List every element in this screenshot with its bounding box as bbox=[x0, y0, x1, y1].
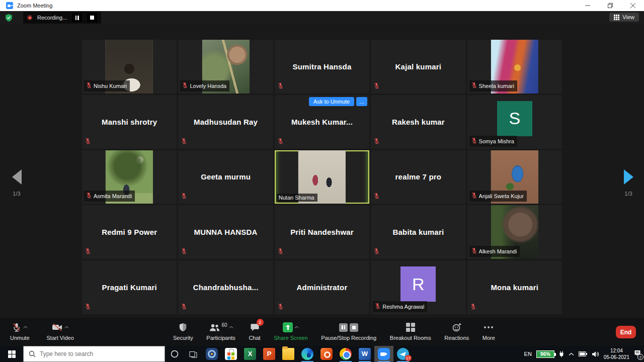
zoom-icon[interactable] bbox=[374, 346, 393, 362]
office-icon[interactable] bbox=[317, 346, 336, 362]
muted-mic-icon bbox=[375, 302, 380, 311]
muted-mic-icon bbox=[471, 81, 477, 90]
previous-page-arrow[interactable]: 1/3 bbox=[7, 169, 27, 197]
participant-tile[interactable]: Sumitra Hansda bbox=[275, 40, 369, 94]
word-icon[interactable]: W bbox=[355, 346, 374, 362]
participant-tile[interactable]: Geeta murmu bbox=[178, 150, 273, 204]
share-options-chevron[interactable] bbox=[294, 326, 299, 329]
participant-tile[interactable]: Nishu Kumari bbox=[82, 40, 177, 94]
participants-button[interactable]: 60 Participants bbox=[203, 322, 238, 341]
participant-tile[interactable]: Alkesh Marandi bbox=[467, 205, 562, 259]
end-meeting-button[interactable]: End bbox=[616, 326, 636, 338]
hidden-icons-chevron[interactable] bbox=[569, 352, 574, 356]
close-button[interactable] bbox=[621, 0, 644, 11]
participant-tile[interactable]: Priti Nandeshwar bbox=[275, 205, 369, 259]
powerpoint-icon[interactable]: P bbox=[260, 346, 279, 362]
muted-mic-icon bbox=[471, 137, 477, 146]
stop-recording-button[interactable] bbox=[87, 13, 97, 22]
media-player-icon[interactable] bbox=[202, 346, 221, 362]
stop-icon[interactable] bbox=[350, 323, 358, 332]
participant-tile[interactable]: Rakesh kumar bbox=[371, 95, 465, 149]
participant-avatar: S bbox=[497, 101, 532, 136]
participants-chevron[interactable] bbox=[229, 326, 233, 329]
participant-tile[interactable]: Anjali Sweta Kujur bbox=[467, 150, 562, 204]
next-page-arrow[interactable]: 1/3 bbox=[618, 169, 638, 197]
task-view-button[interactable] bbox=[184, 346, 202, 362]
microsoft-store-icon[interactable] bbox=[221, 346, 240, 362]
file-explorer-icon[interactable] bbox=[279, 346, 298, 362]
meeting-info-shield-icon[interactable] bbox=[5, 14, 13, 22]
cortana-button[interactable] bbox=[165, 346, 184, 362]
pause-stop-recording-button[interactable]: Pause/Stop Recording bbox=[318, 322, 379, 341]
participant-tile[interactable]: Asmita Marandi bbox=[82, 150, 177, 204]
video-options-chevron[interactable] bbox=[64, 326, 69, 329]
windows-logo-icon bbox=[8, 350, 16, 358]
windows-taskbar: XPW17 EN 96% 12:04 05-06-2021 2 bbox=[0, 346, 644, 362]
participant-tile[interactable]: Lovely Hansda bbox=[178, 40, 273, 94]
participant-tile[interactable]: Chandrabhusha... bbox=[178, 260, 273, 314]
participant-name-centered: Priti Nandeshwar bbox=[275, 205, 369, 259]
zoom-meeting-window: Zoom Meeting Recording... View 1/3 bbox=[0, 0, 644, 362]
participant-tile[interactable]: Madhusudan Ray bbox=[178, 95, 273, 149]
participant-tile[interactable]: Sheela kumari bbox=[467, 40, 562, 94]
unmute-button[interactable]: Unmute bbox=[7, 322, 33, 341]
battery-percent-pill[interactable]: 96% bbox=[536, 350, 554, 358]
taskbar-search[interactable] bbox=[23, 346, 165, 362]
start-button[interactable] bbox=[0, 346, 23, 362]
unmute-options-chevron[interactable] bbox=[23, 326, 28, 329]
chrome-icon[interactable] bbox=[336, 346, 355, 362]
speaker-icon[interactable] bbox=[592, 351, 599, 357]
participant-tile[interactable]: Manshi shrotry bbox=[82, 95, 177, 149]
maximize-button[interactable] bbox=[599, 0, 621, 11]
participant-name-centered: MUNNA HANSDA bbox=[178, 205, 273, 259]
pause-recording-button[interactable] bbox=[72, 13, 82, 22]
tray-date: 05-06-2021 bbox=[604, 354, 629, 360]
edge-icon[interactable] bbox=[298, 346, 317, 362]
participant-tile[interactable]: Administrator bbox=[275, 260, 369, 314]
reactions-button[interactable]: Reactions bbox=[441, 322, 472, 341]
task-view-icon bbox=[189, 350, 197, 358]
participant-name-label: Sheela kumari bbox=[469, 80, 517, 92]
chat-button[interactable]: 2 Chat bbox=[246, 322, 263, 341]
participant-name-centered: Chandrabhusha... bbox=[178, 260, 273, 314]
start-video-button[interactable]: Start Video bbox=[44, 322, 77, 341]
participant-grid: Nishu Kumari Lovely Hansda Sumitra Hansd… bbox=[82, 40, 562, 314]
muted-mic-icon bbox=[85, 303, 91, 312]
more-button[interactable]: More bbox=[479, 322, 498, 341]
share-screen-button[interactable]: Share Screen bbox=[271, 322, 310, 341]
view-button[interactable]: View bbox=[609, 13, 639, 22]
meeting-topbar: Recording... View bbox=[0, 11, 644, 24]
share-screen-icon bbox=[283, 322, 293, 332]
minimize-button[interactable] bbox=[576, 0, 599, 11]
language-indicator[interactable]: EN bbox=[524, 351, 532, 357]
participant-more-button[interactable]: ... bbox=[356, 97, 367, 106]
participant-tile[interactable]: R Reshma Agrawal bbox=[371, 260, 465, 314]
shield-icon bbox=[178, 323, 188, 332]
search-input[interactable] bbox=[40, 350, 155, 357]
participant-tile[interactable]: Kajal kumari bbox=[371, 40, 465, 94]
ask-to-unmute-button[interactable]: Ask to Unmute bbox=[309, 97, 354, 106]
participant-tile[interactable]: MUNNA HANSDA bbox=[178, 205, 273, 259]
muted-mic-icon bbox=[181, 303, 187, 312]
taskbar-clock[interactable]: 12:04 05-06-2021 bbox=[604, 347, 629, 361]
window-titlebar: Zoom Meeting bbox=[0, 0, 644, 11]
participant-tile[interactable]: realme 7 pro bbox=[371, 150, 465, 204]
participant-name-label: Somya Mishra bbox=[469, 136, 517, 147]
participant-tile[interactable]: Redmi 9 Power bbox=[82, 205, 177, 259]
participant-tile[interactable]: S Somya Mishra bbox=[467, 95, 562, 149]
action-center-button[interactable]: 2 bbox=[634, 349, 641, 358]
telegram-icon[interactable]: 17 bbox=[393, 346, 413, 362]
participant-tile[interactable]: Pragati Kumari bbox=[82, 260, 177, 314]
security-button[interactable]: Security bbox=[170, 322, 196, 341]
participant-tile[interactable]: Nutan Sharma bbox=[275, 150, 369, 204]
participant-tile[interactable]: Mona kumari bbox=[467, 260, 562, 314]
excel-icon[interactable]: X bbox=[240, 346, 260, 362]
power-plug-icon[interactable] bbox=[559, 351, 564, 357]
participant-tile[interactable]: Babita kumari bbox=[371, 205, 465, 259]
breakout-rooms-button[interactable]: Breakout Rooms bbox=[387, 322, 434, 341]
participant-tile[interactable]: Mukesh Kumar... Ask to Unmute ... bbox=[275, 95, 369, 149]
window-title: Zoom Meeting bbox=[17, 3, 52, 9]
telegram-badge: 17 bbox=[405, 355, 412, 361]
pause-icon[interactable] bbox=[339, 323, 348, 332]
battery-icon[interactable] bbox=[579, 351, 587, 356]
